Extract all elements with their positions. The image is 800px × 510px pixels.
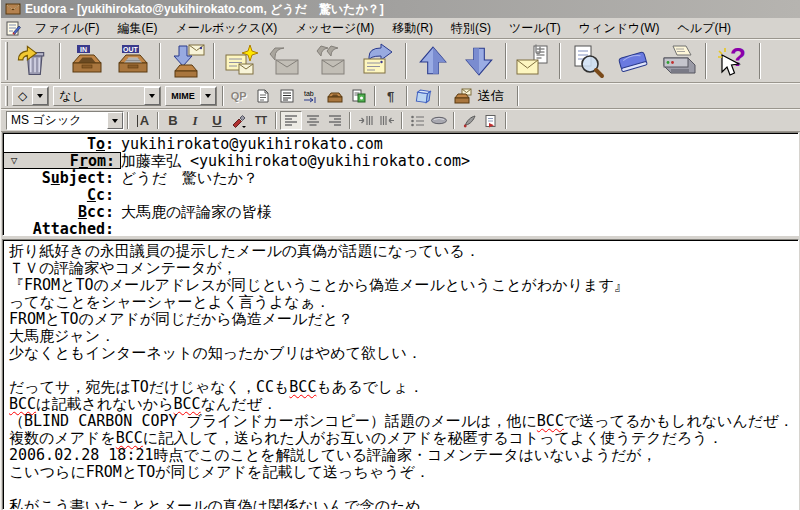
priority-dropdown[interactable]: ◇	[12, 86, 49, 106]
align-center-button[interactable]	[302, 111, 324, 130]
indent-increase-button[interactable]	[354, 111, 376, 130]
font-value: MS ゴシック	[7, 112, 107, 129]
new-message-button[interactable]	[218, 41, 264, 81]
address-book-button[interactable]	[610, 41, 656, 81]
quoted-printable-button[interactable]: QP	[227, 85, 251, 107]
align-left-icon	[284, 114, 298, 127]
delete-button[interactable]	[10, 41, 56, 81]
insert-object-button[interactable]	[480, 111, 502, 130]
previous-message-button[interactable]	[410, 41, 456, 81]
underline-button[interactable]: U	[206, 111, 228, 130]
next-message-button[interactable]	[456, 41, 502, 81]
body-line: （BLIND CARBON COPY ブラインドカーボンコピー）話題のメールは，…	[9, 413, 792, 430]
in-mailbox-button[interactable]: IN	[64, 41, 110, 81]
forward-button[interactable]	[356, 41, 402, 81]
menu-tools[interactable]: ツール(T)	[500, 18, 570, 39]
pilcrow-icon: ¶	[387, 89, 394, 104]
return-receipt-button[interactable]	[347, 85, 371, 107]
insert-link-button[interactable]	[458, 111, 480, 130]
message-window-icon[interactable]	[5, 20, 21, 36]
print-button[interactable]	[656, 41, 702, 81]
check-mail-icon	[167, 43, 207, 79]
italic-button[interactable]: I	[184, 111, 206, 130]
horizontal-rule-button[interactable]	[428, 111, 450, 130]
size-bar-icon	[137, 115, 138, 127]
title-bar[interactable]: Eudora - [yukihirokato@yukihirokato.com,…	[1, 0, 800, 18]
bold-button[interactable]: B	[162, 111, 184, 130]
tab-in-body-button[interactable]: tab	[299, 85, 323, 107]
send-button[interactable]: 送信	[443, 85, 514, 107]
out-mailbox-button[interactable]: OUT	[110, 41, 156, 81]
font-select[interactable]: MS ゴシック	[6, 111, 124, 130]
context-help-button[interactable]: ?	[710, 41, 756, 81]
toolbar-separator	[401, 112, 403, 129]
trash-icon	[15, 43, 51, 79]
align-right-icon	[328, 114, 342, 127]
bullet-list-button[interactable]	[406, 111, 428, 130]
attached-label: Attached:	[3, 221, 121, 237]
align-right-button[interactable]	[324, 111, 346, 130]
keep-copy-button[interactable]	[323, 85, 347, 107]
find-button[interactable]	[564, 41, 610, 81]
encoding-cube-button[interactable]	[411, 85, 435, 107]
body-line: FROMとTOのメアドが同じだから偽造メールだと？	[9, 311, 792, 328]
menu-transfer[interactable]: 移動(R)	[383, 18, 442, 39]
misspelled-word: BCC	[9, 395, 36, 413]
indent-decrease-button[interactable]	[376, 111, 398, 130]
toolbar-separator	[759, 43, 761, 79]
encoding-dropdown-arrow[interactable]	[200, 87, 216, 105]
bcc-value[interactable]: 大馬鹿の評論家の皆様	[121, 204, 798, 220]
message-body[interactable]: 折り紙好きの永田議員の提示したメールの真偽が話題になっている．ＴＶの評論家やコメ…	[2, 239, 799, 510]
encoding-dropdown[interactable]: MIME	[165, 86, 217, 106]
check-mail-button[interactable]	[164, 41, 210, 81]
menu-special[interactable]: 特別(S)	[442, 18, 500, 39]
reply-icon	[268, 44, 306, 78]
reply-all-button[interactable]	[310, 41, 356, 81]
header-row-attached: Attached:	[3, 220, 798, 236]
window-title: Eudora - [yukihirokato@yukihirokato.com,…	[25, 1, 384, 18]
menu-message[interactable]: メッセージ(M)	[286, 18, 383, 39]
typewriter-button[interactable]: TT	[250, 111, 272, 130]
quill-link-icon	[462, 114, 477, 128]
toolbar-gripper[interactable]	[5, 86, 8, 106]
subject-value[interactable]: どうだ 驚いたか？	[121, 170, 798, 186]
eudora-window: Eudora - [yukihirokato@yukihirokato.com,…	[0, 0, 800, 510]
reply-button[interactable]	[264, 41, 310, 81]
priority-value: ◇	[13, 89, 32, 103]
priority-dropdown-arrow[interactable]	[32, 87, 48, 105]
text-color-button[interactable]	[228, 111, 250, 130]
address-book-icon	[614, 44, 652, 78]
indent-right-icon	[358, 114, 373, 127]
pilcrow-button[interactable]: ¶	[379, 85, 403, 107]
align-left-button[interactable]	[280, 111, 302, 130]
attach-file-button[interactable]	[510, 41, 556, 81]
text-as-document-button[interactable]	[251, 85, 275, 107]
up-arrow-icon	[416, 44, 450, 78]
signature-dropdown[interactable]: なし	[53, 86, 161, 106]
toolbar-separator	[275, 112, 277, 129]
menu-mailbox[interactable]: メールボックス(X)	[166, 18, 286, 39]
collapse-triangle-icon: ▽	[4, 153, 24, 168]
receipt-icon	[351, 88, 367, 104]
toolbar-gripper[interactable]	[5, 42, 8, 80]
font-dropdown-arrow[interactable]	[107, 112, 123, 129]
menu-window[interactable]: ウィンドウ(W)	[570, 18, 669, 39]
font-size-button[interactable]: A	[132, 111, 154, 130]
to-value[interactable]: yukihirokato@yukihirokato.com	[121, 136, 798, 152]
from-value[interactable]: 加藤幸弘 <yukihirokato@yukihirokato.com>	[121, 153, 798, 169]
body-line: 折り紙好きの永田議員の提示したメールの真偽が話題になっている．	[9, 243, 792, 260]
misspelled-word: BCC	[537, 412, 564, 430]
toolbar-separator	[159, 43, 161, 79]
menu-help[interactable]: ヘルプ(H)	[669, 18, 741, 39]
tt-label: TT	[255, 115, 267, 126]
underline-label: U	[212, 113, 221, 128]
subject-label: Subject:	[3, 170, 121, 186]
signature-dropdown-arrow[interactable]	[144, 87, 160, 105]
menu-edit[interactable]: 編集(E)	[108, 18, 166, 39]
word-wrap-button[interactable]	[275, 85, 299, 107]
paintbrush-icon	[231, 113, 247, 128]
composition-toolbar: ◇ なし MIME QP	[1, 83, 800, 109]
from-collapse-button[interactable]: ▽ From:	[3, 152, 121, 169]
header-row-cc: Cc:	[3, 186, 798, 203]
menu-file[interactable]: ファイル(F)	[26, 18, 108, 39]
